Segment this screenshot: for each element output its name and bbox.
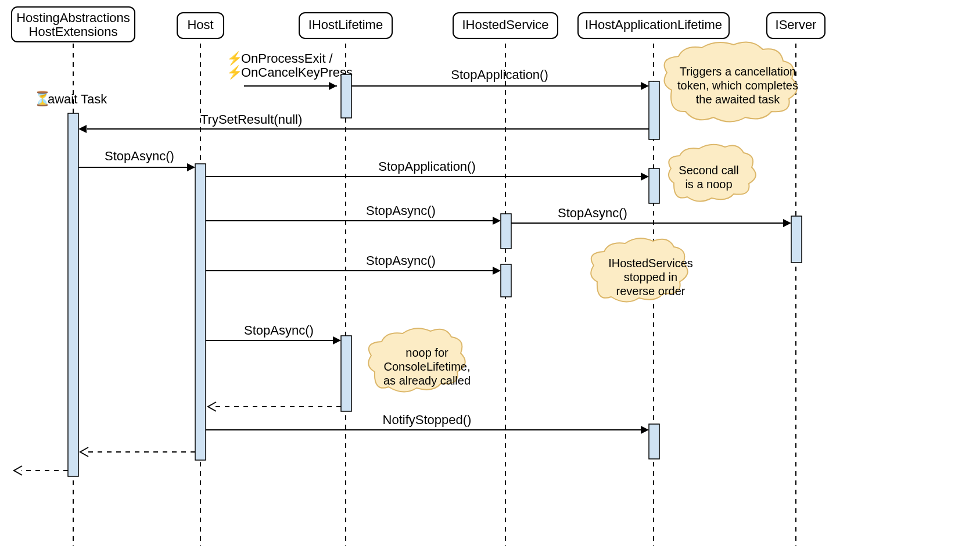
- msg-stopasync-4: StopAsync(): [206, 253, 501, 275]
- svg-text:StopAsync(): StopAsync(): [366, 253, 436, 268]
- svg-text:IHostedService: IHostedService: [462, 17, 548, 32]
- note-reverse-order: IHostedServices stopped in reverse order: [591, 238, 693, 301]
- svg-text:token, which completes: token, which completes: [677, 79, 798, 92]
- svg-marker-39: [783, 219, 791, 227]
- svg-text:OnCancelKeyPress: OnCancelKeyPress: [241, 65, 353, 80]
- svg-text:IServer: IServer: [776, 17, 817, 32]
- svg-marker-36: [493, 217, 501, 225]
- svg-text:StopApplication(): StopApplication(): [378, 159, 476, 174]
- svg-marker-42: [493, 267, 501, 275]
- participant-host: Host: [177, 13, 224, 38]
- participant-ihostlifetime: IHostLifetime: [299, 13, 392, 38]
- activation-host: [195, 164, 206, 460]
- svg-text:Host: Host: [187, 17, 213, 32]
- svg-marker-48: [333, 336, 341, 344]
- svg-text:StopAsync(): StopAsync(): [558, 206, 627, 220]
- activation-ihostlifetime-2: [341, 336, 351, 411]
- activation-ihostapplifetime-3: [649, 424, 659, 459]
- activation-ihostedservice-1: [501, 214, 511, 249]
- svg-text:NotifyStopped(): NotifyStopped(): [383, 412, 472, 427]
- participant-hostextensions: HostingAbstractionsHostExtensions: [12, 7, 135, 42]
- lightning-icon: ⚡: [227, 51, 243, 66]
- svg-marker-19: [641, 82, 649, 90]
- svg-text:OnProcessExit /: OnProcessExit /: [241, 51, 333, 66]
- participant-iserver: IServer: [767, 13, 825, 38]
- activation-ihostlifetime-1: [341, 74, 351, 118]
- svg-text:IHostedServices: IHostedServices: [608, 257, 693, 270]
- activation-iserver: [791, 216, 802, 263]
- svg-marker-31: [641, 173, 649, 181]
- participant-ihostapplicationlifetime: IHostApplicationLifetime: [578, 13, 729, 38]
- return-ihostlifetime: [208, 402, 341, 411]
- svg-text:TrySetResult(null): TrySetResult(null): [200, 112, 302, 127]
- activation-ihostapplifetime-1: [649, 81, 659, 139]
- msg-stopapplication-1: StopApplication(): [351, 67, 649, 90]
- msg-notifystopped: NotifyStopped(): [206, 412, 649, 434]
- await-task-label: ⏳ await Task: [34, 90, 107, 107]
- svg-text:stopped in: stopped in: [624, 271, 677, 283]
- note-console-lifetime-noop: noop for ConsoleLifetime, as already cal…: [368, 328, 471, 392]
- msg-stopasync-2: StopAsync(): [206, 203, 501, 225]
- svg-text:the awaited task: the awaited task: [696, 93, 781, 106]
- svg-text:StopAsync(): StopAsync(): [244, 323, 314, 338]
- svg-text:Triggers a cancellation: Triggers a cancellation: [680, 65, 796, 78]
- svg-marker-28: [187, 163, 195, 171]
- activation-ihostedservice-2: [501, 264, 511, 297]
- note-cancellation-token: Triggers a cancellation token, which com…: [665, 42, 798, 122]
- svg-text:IHostApplicationLifetime: IHostApplicationLifetime: [585, 17, 722, 32]
- svg-text:IHostLifetime: IHostLifetime: [308, 17, 383, 32]
- svg-text:as already called: as already called: [383, 374, 471, 387]
- participant-ihostedservice: IHostedService: [453, 13, 558, 38]
- svg-text:reverse order: reverse order: [616, 285, 686, 297]
- event-onprocessexit: ⚡ OnProcessExit / ⚡ OnCancelKeyPress: [227, 51, 353, 90]
- msg-trysetresult: TrySetResult(null): [78, 112, 649, 133]
- msg-stopasync-3: StopAsync(): [511, 206, 791, 227]
- svg-text:HostingAbstractionsHostExtensi: HostingAbstractionsHostExtensions: [16, 10, 130, 39]
- svg-text:StopAsync(): StopAsync(): [105, 149, 174, 163]
- note-second-call-noop: Second call is a noop: [669, 145, 756, 202]
- svg-text:StopApplication(): StopApplication(): [451, 67, 548, 82]
- msg-stopasync-1: StopAsync(): [78, 149, 195, 171]
- svg-marker-16: [329, 82, 337, 90]
- svg-text:ConsoleLifetime,: ConsoleLifetime,: [384, 360, 471, 373]
- svg-marker-25: [78, 125, 87, 133]
- svg-text:StopAsync(): StopAsync(): [366, 203, 436, 218]
- activation-hostextensions: [68, 113, 78, 476]
- svg-text:await Task: await Task: [48, 92, 107, 106]
- activation-ihostapplifetime-2: [649, 168, 659, 203]
- svg-text:is a noop: is a noop: [685, 178, 732, 191]
- svg-marker-55: [641, 426, 649, 434]
- msg-stopapplication-2: StopApplication(): [206, 159, 649, 181]
- svg-text:noop for: noop for: [405, 346, 448, 359]
- lightning-icon: ⚡: [227, 64, 243, 80]
- return-hostextensions: [14, 466, 68, 475]
- svg-text:Second call: Second call: [679, 164, 738, 177]
- sequence-diagram: HostingAbstractionsHostExtensions Host I…: [0, 0, 969, 560]
- return-host: [80, 447, 195, 457]
- msg-stopasync-5: StopAsync(): [206, 323, 341, 344]
